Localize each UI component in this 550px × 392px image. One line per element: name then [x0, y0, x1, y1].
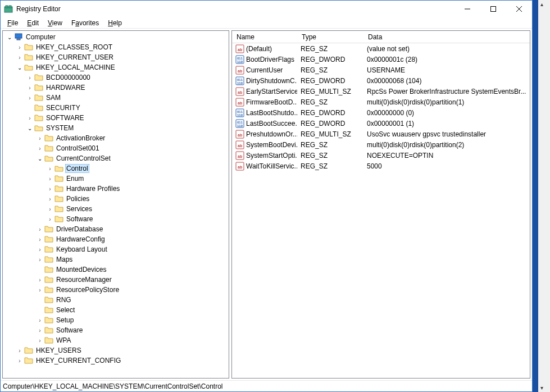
tree-label[interactable]: Hardware Profiles — [65, 185, 121, 193]
value-row[interactable]: ab(Default)REG_SZ(value not set) — [232, 43, 530, 54]
expand-icon[interactable]: › — [35, 338, 44, 344]
tree-control[interactable]: ›Control — [3, 163, 229, 174]
tree-label[interactable]: CurrentControlSet — [55, 154, 112, 162]
tree-hardware[interactable]: ›HARDWARE — [3, 83, 229, 93]
menu-favorites[interactable]: Favorites — [67, 18, 103, 28]
tree-sam[interactable]: ›SAM — [3, 93, 229, 103]
expand-icon[interactable]: › — [35, 257, 44, 263]
expand-icon[interactable]: › — [35, 277, 44, 283]
value-row[interactable]: abSystemBootDevi...REG_SZmulti(0)disk(0)… — [232, 139, 530, 150]
tree-security[interactable]: ·SECURITY — [3, 103, 229, 113]
tree-label[interactable]: Control — [65, 164, 89, 173]
collapse-icon[interactable]: ⌄ — [5, 34, 14, 40]
tree-driverdatabase[interactable]: ›DriverDatabase — [3, 224, 229, 234]
tree-rng[interactable]: ·RNG — [3, 295, 229, 305]
tree-policies[interactable]: ›Policies — [3, 194, 229, 204]
value-row[interactable]: 011110DirtyShutdownC...REG_DWORD0x000000… — [232, 75, 530, 86]
tree-controlset001[interactable]: ›ControlSet001 — [3, 143, 229, 153]
menu-help[interactable]: Help — [103, 18, 126, 28]
value-name-cell[interactable]: abPreshutdownOr... — [232, 130, 297, 139]
tree-label[interactable]: RNG — [55, 296, 72, 304]
value-row[interactable]: 011110LastBootSuccee...REG_DWORD0x000000… — [232, 118, 530, 129]
tree-keyboardlayout[interactable]: ›Keyboard Layout — [3, 244, 229, 254]
tree-label[interactable]: Services — [65, 205, 93, 213]
tree-services[interactable]: ›Services — [3, 204, 229, 214]
tree-resourcemanager[interactable]: ›ResourceManager — [3, 275, 229, 285]
expand-icon[interactable]: › — [46, 196, 54, 202]
value-name-cell[interactable]: abWaitToKillServic... — [232, 162, 297, 171]
tree-label[interactable]: Software — [65, 215, 94, 223]
external-scrollbar[interactable]: ▴ ▾ — [538, 0, 550, 392]
tree-label[interactable]: Enum — [65, 175, 85, 183]
value-row[interactable]: abPreshutdownOr...REG_MULTI_SZUsoSvc wua… — [232, 129, 530, 139]
expand-icon[interactable]: › — [15, 54, 24, 61]
tree-label[interactable]: Select — [55, 306, 76, 314]
tree-label[interactable]: ResourceManager — [55, 276, 113, 284]
tree-label[interactable]: ActivationBroker — [55, 134, 106, 142]
value-row[interactable]: abFirmwareBootD...REG_SZmulti(0)disk(0)r… — [232, 97, 530, 107]
minimize-button[interactable] — [454, 1, 480, 17]
expand-icon[interactable]: › — [35, 236, 44, 243]
tree-activationbroker[interactable]: ›ActivationBroker — [3, 133, 229, 143]
tree-enum[interactable]: ›Enum — [3, 174, 229, 184]
value-row[interactable]: 011110BootDriverFlagsREG_DWORD0x0000001c… — [232, 54, 530, 65]
tree-label[interactable]: SECURITY — [45, 104, 81, 112]
value-name-cell[interactable]: abSystemStartOpti... — [232, 151, 297, 160]
expand-icon[interactable]: › — [25, 95, 34, 101]
maximize-button[interactable] — [480, 1, 506, 17]
tree-currentcontrolset[interactable]: ⌄CurrentControlSet — [3, 153, 229, 163]
tree-select[interactable]: ·Select — [3, 305, 229, 315]
tree-label[interactable]: HKEY_USERS — [35, 347, 83, 354]
value-row[interactable]: abCurrentUserREG_SZUSERNAME — [232, 65, 530, 75]
value-name-cell[interactable]: 011110LastBootSuccee... — [232, 119, 297, 128]
tree-resourcepolicystore[interactable]: ›ResourcePolicyStore — [3, 285, 229, 295]
tree-hkcu[interactable]: ›HKEY_CURRENT_USER — [3, 52, 229, 62]
tree-hklm[interactable]: ⌄HKEY_LOCAL_MACHINE — [3, 62, 229, 72]
expand-icon[interactable]: › — [35, 317, 44, 323]
menu-edit[interactable]: Edit — [22, 18, 43, 28]
value-name-cell[interactable]: 011110DirtyShutdownC... — [232, 76, 297, 85]
expand-icon[interactable]: › — [35, 226, 44, 233]
tree-hkcc[interactable]: ›HKEY_CURRENT_CONFIG — [3, 355, 229, 366]
tree-maps[interactable]: ›Maps — [3, 254, 229, 265]
value-row[interactable]: abSystemStartOpti...REG_SZ NOEXECUTE=OPT… — [232, 150, 530, 161]
tree-label[interactable]: Keyboard Layout — [55, 245, 108, 253]
menu-file[interactable]: File — [3, 18, 22, 28]
scroll-down-icon[interactable]: ▾ — [540, 385, 543, 391]
collapse-icon[interactable]: ⌄ — [15, 65, 24, 71]
col-name[interactable]: Name — [232, 31, 297, 43]
value-name-cell[interactable]: abSystemBootDevi... — [232, 140, 297, 149]
tree-label[interactable]: Maps — [55, 256, 74, 263]
tree-label[interactable]: Computer — [25, 33, 57, 41]
tree-root[interactable]: ⌄Computer — [3, 32, 229, 42]
expand-icon[interactable]: › — [46, 216, 54, 222]
tree-label[interactable]: HKEY_CURRENT_USER — [35, 53, 115, 61]
value-name-cell[interactable]: abFirmwareBootD... — [232, 98, 297, 107]
tree-sys-software[interactable]: ›Software — [3, 325, 229, 335]
expand-icon[interactable]: › — [25, 85, 34, 91]
expand-icon[interactable]: › — [35, 247, 44, 253]
value-name-cell[interactable]: abEarlyStartServices — [232, 87, 297, 96]
value-row[interactable]: abWaitToKillServic...REG_SZ5000 — [232, 161, 530, 171]
tree-wpa[interactable]: ›WPA — [3, 335, 229, 345]
value-name-cell[interactable]: ab(Default) — [232, 44, 297, 53]
expand-icon[interactable]: › — [35, 145, 44, 152]
tree-label[interactable]: SOFTWARE — [45, 114, 85, 122]
tree-hku[interactable]: ›HKEY_USERS — [3, 345, 229, 355]
value-row[interactable]: 011110LastBootShutdo...REG_DWORD0x000000… — [232, 107, 530, 118]
close-button[interactable] — [506, 1, 532, 17]
tree-label[interactable]: HKEY_CURRENT_CONFIG — [35, 357, 122, 364]
tree-label[interactable]: Software — [55, 326, 84, 334]
tree-software[interactable]: ›SOFTWARE — [3, 113, 229, 123]
expand-icon[interactable]: › — [15, 358, 24, 364]
tree-hardwareprofiles[interactable]: ›Hardware Profiles — [3, 184, 229, 194]
expand-icon[interactable]: › — [25, 75, 34, 81]
expand-icon[interactable]: › — [46, 206, 54, 212]
expand-icon[interactable]: › — [35, 287, 44, 293]
tree-label[interactable]: MountedDevices — [55, 266, 107, 274]
tree-label[interactable]: Policies — [65, 195, 90, 203]
tree-ccs-software[interactable]: ›Software — [3, 214, 229, 224]
expand-icon[interactable]: › — [46, 176, 54, 182]
tree-label[interactable]: HardwareConfig — [55, 235, 106, 243]
tree-system[interactable]: ⌄SYSTEM — [3, 123, 229, 133]
